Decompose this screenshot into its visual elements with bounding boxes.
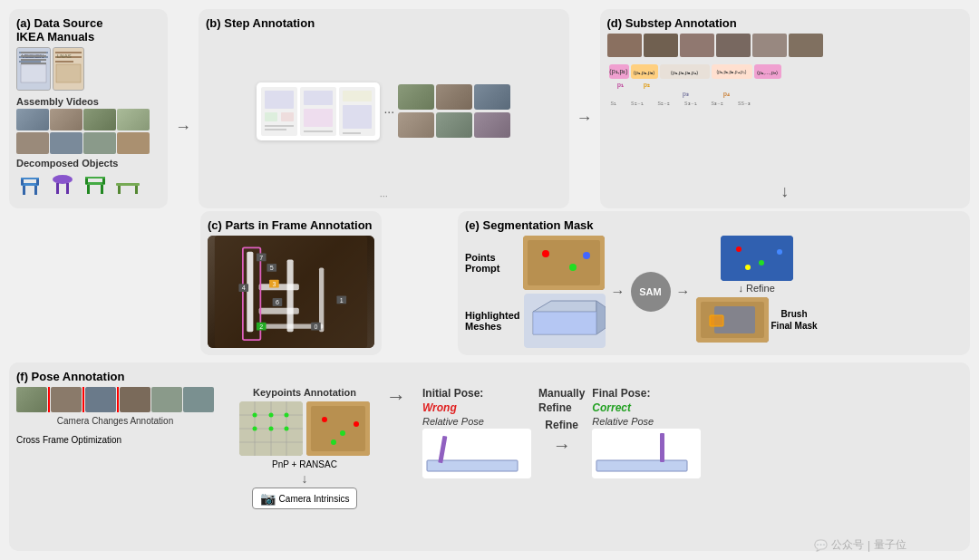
- panel-d: (d) Substep Annotation (p₁,p₂) (p₁,p₂,p₃…: [600, 9, 971, 208]
- svg-rect-9: [55, 61, 73, 63]
- panel-f: (f) Pose Annotation Camer: [9, 362, 970, 551]
- highlighted-meshes-image: [524, 294, 606, 348]
- video-thumb-3: [83, 109, 116, 130]
- svg-rect-31: [265, 91, 294, 109]
- panel-c: (c) Parts in Frame Annotation: [200, 211, 382, 355]
- svg-point-95: [269, 413, 274, 418]
- svg-point-97: [253, 427, 257, 431]
- svg-rect-38: [304, 109, 333, 127]
- manually-refine-section: Manually Refine Refine →: [538, 387, 585, 456]
- arrow-b-to-d: →: [577, 9, 593, 208]
- assembly-videos-section: Assembly Videos: [16, 96, 160, 154]
- arrow-to-sam: →: [611, 236, 625, 348]
- svg-rect-1: [19, 52, 48, 53]
- svg-rect-19: [56, 183, 59, 194]
- substep-vid-1: [607, 34, 642, 57]
- tl-label-p2: p₂: [635, 82, 660, 89]
- svg-rect-50: [319, 267, 324, 332]
- refine-label: ↓ Refine: [738, 283, 774, 294]
- objects-row: [16, 170, 160, 198]
- substep-vid-3: [680, 34, 714, 57]
- svg-rect-13: [23, 186, 25, 195]
- relative-pose-2-label: Relative Pose: [592, 416, 701, 427]
- svg-rect-17: [21, 178, 39, 179]
- step-page-3: [339, 87, 375, 136]
- keypoint-image-1: [239, 401, 303, 456]
- svg-rect-11: [56, 64, 81, 82]
- substep-vid-4: [716, 34, 751, 57]
- camera-changes-label: Camera Changes Annotation: [16, 416, 214, 426]
- cross-frame-label: Cross Frame Optimization: [16, 435, 214, 445]
- svg-point-79: [736, 246, 742, 252]
- svg-rect-28: [118, 186, 121, 194]
- seg-right: ↓ Refine: [696, 236, 818, 348]
- spacer-arrow2: [389, 211, 407, 355]
- red-divider-3: [117, 387, 119, 412]
- final-pose-title: Final Pose:: [592, 387, 701, 400]
- manual-images: VESKEN LNAS: [16, 47, 160, 91]
- chair-blue-icon: [16, 170, 44, 198]
- red-divider-2: [82, 387, 84, 412]
- pose-results: Initial Pose: Wrong Relative Pose: [422, 387, 963, 478]
- video-thumb-6: [50, 132, 82, 154]
- step-vid-5: [436, 112, 472, 138]
- svg-rect-3: [19, 61, 41, 63]
- svg-text:1: 1: [340, 297, 344, 304]
- svg-point-104: [354, 421, 359, 427]
- svg-point-94: [253, 413, 257, 418]
- pnp-section: PnP + RANSAC ↓ 📷 Camera Intrinsics: [252, 459, 358, 509]
- cam-thumb-6: [183, 387, 214, 412]
- svg-rect-101: [311, 406, 365, 451]
- tl-label-p4: p₄: [709, 91, 745, 98]
- tl-block-p4: (p₁,p₂,p₃,p₄,p₅): [712, 64, 752, 79]
- top-row: (a) Data Source IKEA Manuals VESKEN: [9, 9, 970, 208]
- step-vid-4: [398, 112, 434, 138]
- seg-left: Points Prompt: [465, 236, 606, 348]
- watermark-divider: |: [868, 539, 870, 552]
- svg-text:2: 2: [259, 323, 263, 331]
- arrow-to-pose-results: →: [379, 387, 413, 407]
- substep-vid-5: [752, 34, 787, 57]
- svg-text:4: 4: [242, 285, 246, 292]
- svg-rect-42: [343, 105, 372, 129]
- camera-intrinsics-box: 📷 Camera Intrinsics: [252, 488, 358, 509]
- svg-rect-4: [21, 64, 46, 82]
- tl-tick-2: s₂₋₁: [631, 100, 644, 107]
- intrinsics-label: Camera Intrinsics: [279, 494, 350, 504]
- svg-rect-45: [247, 252, 253, 333]
- svg-point-71: [569, 264, 577, 271]
- tl-tick-3: s₂₋₂: [658, 100, 671, 107]
- manually-refine-label: Manually Refine: [538, 387, 585, 415]
- svg-rect-21: [85, 182, 105, 185]
- tl-label-p1: p₁: [611, 82, 631, 89]
- svg-point-80: [759, 260, 764, 266]
- step-manual-pages: [257, 82, 380, 140]
- panel-a: (a) Data Source IKEA Manuals VESKEN: [9, 9, 168, 208]
- svg-rect-47: [259, 284, 299, 290]
- svg-point-82: [745, 265, 751, 270]
- svg-rect-111: [660, 433, 664, 462]
- svg-rect-41: [343, 91, 372, 101]
- svg-point-99: [285, 427, 289, 431]
- refine-arrow: →: [553, 435, 571, 456]
- video-strip-2: [16, 132, 160, 154]
- brush-label: Brush: [771, 309, 818, 319]
- refine-text: Refine: [545, 419, 578, 431]
- svg-rect-37: [304, 91, 333, 105]
- arrow-d-to-e: ↓: [607, 182, 964, 201]
- svg-rect-48: [259, 308, 299, 314]
- manual-image-1: VESKEN: [16, 47, 51, 91]
- bottom-row: (f) Pose Annotation Camer: [9, 362, 970, 551]
- main-container: (a) Data Source IKEA Manuals VESKEN: [0, 0, 979, 560]
- svg-text:5: 5: [270, 265, 274, 272]
- final-pose-section: Final Pose: Correct Relative Pose: [592, 387, 701, 478]
- panel-d-title: (d) Substep Annotation: [607, 16, 964, 30]
- brush-image: [696, 297, 769, 343]
- panel-b: (b) Step Annotation: [199, 9, 569, 208]
- seg-content: Points Prompt: [465, 236, 963, 348]
- substep-vid-2: [644, 34, 678, 57]
- step-page-1: [261, 87, 297, 136]
- tl-block-p2: (p₁,p₂,p₃): [631, 64, 658, 79]
- svg-point-102: [322, 417, 327, 422]
- svg-text:3: 3: [272, 281, 276, 288]
